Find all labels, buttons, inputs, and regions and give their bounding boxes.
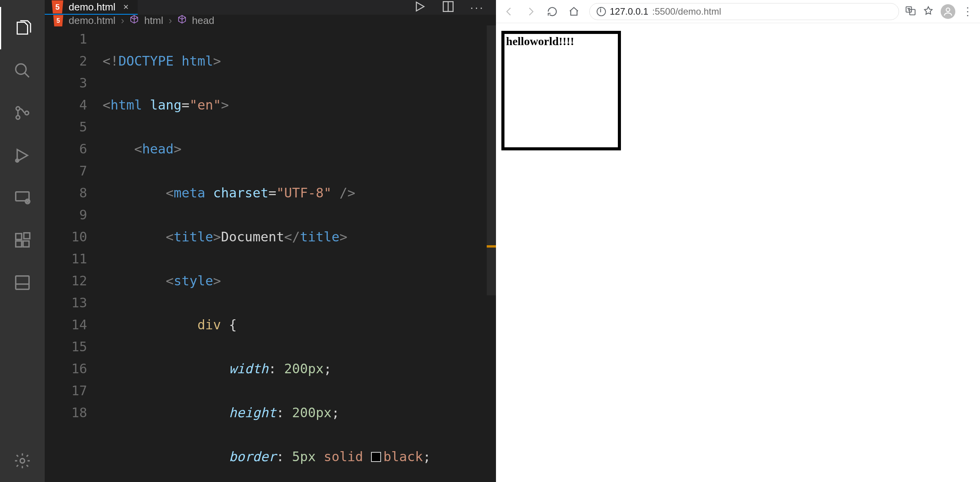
panel-icon[interactable]: [0, 261, 45, 304]
run-debug-icon[interactable]: [0, 134, 45, 177]
source-control-icon[interactable]: [0, 92, 45, 134]
chevron-right-icon: ›: [169, 15, 172, 27]
svg-rect-13: [24, 233, 30, 239]
back-button[interactable]: [500, 2, 518, 21]
activity-bar: [0, 0, 45, 482]
svg-point-2: [16, 107, 20, 111]
vscode-window: demo.html × ··· demo.html › html › head: [0, 0, 496, 482]
tab-filename: demo.html: [69, 1, 115, 13]
rendered-text: helloworld!!!!: [506, 35, 574, 47]
bookmark-star-icon[interactable]: [923, 5, 934, 18]
editor-area: demo.html × ··· demo.html › html › head: [45, 0, 496, 482]
browser-viewport[interactable]: helloworld!!!!: [496, 23, 980, 482]
browser-toolbar: 127.0.0.1:5500/demo.html ⋮: [496, 0, 980, 23]
svg-rect-12: [23, 241, 29, 247]
close-icon[interactable]: ×: [121, 2, 128, 12]
settings-gear-icon[interactable]: [0, 440, 45, 482]
svg-point-16: [20, 458, 25, 463]
address-bar[interactable]: 127.0.0.1:5500/demo.html: [589, 3, 899, 20]
site-info-icon[interactable]: [597, 7, 606, 16]
element-icon: [130, 15, 139, 27]
tab-bar: demo.html × ···: [45, 0, 496, 15]
element-icon: [177, 15, 187, 27]
run-icon[interactable]: [413, 0, 426, 15]
translate-icon[interactable]: [905, 5, 916, 18]
reload-button[interactable]: [543, 2, 562, 21]
breadcrumb-seg1[interactable]: html: [144, 15, 163, 27]
minimap-change-marker: [487, 245, 496, 248]
browser-menu-icon[interactable]: ⋮: [962, 5, 973, 18]
explorer-icon[interactable]: [0, 7, 45, 49]
svg-line-1: [25, 73, 29, 78]
search-icon[interactable]: [0, 49, 45, 92]
extensions-icon[interactable]: [0, 219, 45, 261]
svg-point-0: [16, 64, 26, 74]
svg-rect-14: [16, 276, 29, 290]
chevron-right-icon: ›: [121, 15, 124, 27]
tab-actions: ···: [413, 0, 496, 15]
svg-point-4: [25, 111, 29, 115]
svg-point-21: [946, 8, 950, 11]
color-swatch-icon: [371, 452, 381, 462]
code-content[interactable]: <!DOCTYPE html> <html lang="en"> <head> …: [103, 27, 496, 482]
svg-rect-11: [16, 241, 22, 247]
tab-demo-html[interactable]: demo.html ×: [45, 0, 138, 15]
svg-rect-10: [16, 234, 22, 239]
more-actions-icon[interactable]: ···: [470, 1, 484, 14]
home-button[interactable]: [565, 2, 583, 21]
toolbar-right: ⋮: [905, 4, 976, 19]
split-editor-icon[interactable]: [442, 0, 455, 15]
breadcrumb[interactable]: demo.html › html › head: [45, 15, 496, 27]
browser-window: 127.0.0.1:5500/demo.html ⋮ helloworld!!!…: [496, 0, 980, 482]
url-path: :5500/demo.html: [652, 6, 721, 17]
svg-point-3: [16, 116, 20, 120]
forward-button[interactable]: [521, 2, 540, 21]
breadcrumb-file[interactable]: demo.html: [69, 15, 115, 27]
breadcrumb-seg2[interactable]: head: [192, 15, 214, 27]
rendered-div: helloworld!!!!: [501, 31, 621, 150]
html5-icon: [53, 15, 63, 27]
profile-avatar-icon[interactable]: [941, 4, 955, 19]
code-editor[interactable]: 1 2 3 4 5 6 7 8 9 10 11 12 13 14 15 16 1…: [45, 27, 496, 482]
html5-icon: [52, 0, 63, 13]
line-number-gutter: 1 2 3 4 5 6 7 8 9 10 11 12 13 14 15 16 1…: [45, 27, 103, 482]
remote-explorer-icon[interactable]: [0, 177, 45, 219]
url-host: 127.0.0.1: [610, 6, 648, 17]
minimap-scrollbar[interactable]: [487, 25, 496, 295]
